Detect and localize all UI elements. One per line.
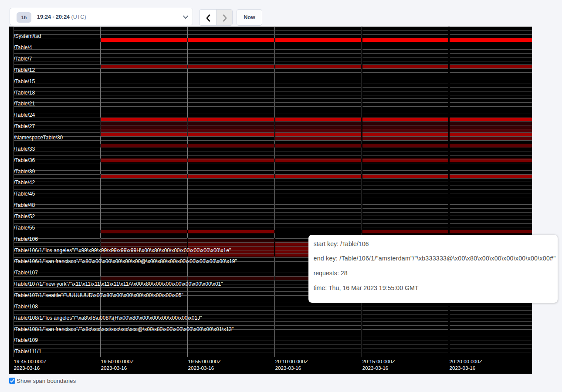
svg-text:/Table/27: /Table/27 — [14, 123, 35, 129]
svg-text:/Table/107: /Table/107 — [14, 270, 38, 276]
svg-text:20:15:00.000Z: 20:15:00.000Z — [362, 358, 395, 364]
svg-text:/Table/52: /Table/52 — [14, 213, 35, 220]
svg-text:/Table/108/1/"los angeles"/"\x: /Table/108/1/"los angeles"/"\xa8\xf5\u00… — [14, 315, 202, 321]
svg-text:19:45:00.000Z: 19:45:00.000Z — [14, 358, 47, 364]
svg-text:2023-03-16: 2023-03-16 — [188, 365, 214, 371]
svg-text:/Table/42: /Table/42 — [14, 179, 35, 186]
svg-text:/Table/108: /Table/108 — [14, 304, 38, 310]
svg-text:/Table/33: /Table/33 — [14, 146, 35, 152]
svg-text:/Table/107/1/"new york"/"\x11\: /Table/107/1/"new york"/"\x11\x11\x11\x1… — [14, 281, 223, 287]
svg-text:/Table/108/1/"san francisco"/": /Table/108/1/"san francisco"/"\x8c\xcc\x… — [14, 326, 234, 332]
svg-text:/Table/106/1/"san francisco"/": /Table/106/1/"san francisco"/"\x80\x00\x… — [14, 258, 237, 264]
svg-text:/Table/45: /Table/45 — [14, 191, 35, 197]
svg-text:/Table/111/1: /Table/111/1 — [14, 348, 42, 355]
svg-text:20:20:00.000Z: 20:20:00.000Z — [450, 358, 482, 364]
svg-text:2023-03-16: 2023-03-16 — [101, 365, 127, 371]
svg-text:2023-03-16: 2023-03-16 — [362, 365, 389, 371]
svg-text:/Table/21: /Table/21 — [14, 101, 35, 107]
svg-text:/System/tsd: /System/tsd — [14, 33, 41, 39]
svg-text:/Table/109: /Table/109 — [14, 337, 38, 343]
svg-text:/Table/4: /Table/4 — [14, 44, 32, 51]
svg-text:/Table/7: /Table/7 — [14, 56, 32, 62]
svg-text:/Table/39: /Table/39 — [14, 169, 35, 175]
svg-text:19:50:00.000Z: 19:50:00.000Z — [101, 358, 134, 364]
svg-text:2023-03-16: 2023-03-16 — [275, 365, 301, 371]
svg-text:/Table/106/1/"los angeles"/"\x: /Table/106/1/"los angeles"/"\x99\x99\x99… — [14, 247, 231, 253]
svg-text:/Table/107/1/"seattle"/"UUUUUU: /Table/107/1/"seattle"/"UUUUUUD\x00\x80\… — [14, 292, 183, 298]
svg-text:/Table/55: /Table/55 — [14, 225, 35, 231]
svg-text:/Table/24: /Table/24 — [14, 112, 35, 118]
svg-text:/Table/15: /Table/15 — [14, 78, 35, 84]
svg-text:/Table/12: /Table/12 — [14, 67, 35, 73]
svg-text:/Table/48: /Table/48 — [14, 202, 35, 208]
svg-text:/Table/18: /Table/18 — [14, 90, 35, 96]
svg-text:/Table/36: /Table/36 — [14, 157, 35, 163]
svg-text:2023-03-16: 2023-03-16 — [14, 365, 40, 371]
svg-text:19:55:00.000Z: 19:55:00.000Z — [188, 358, 221, 364]
svg-text:/NamespaceTable/30: /NamespaceTable/30 — [14, 135, 63, 141]
svg-text:20:10:00.000Z: 20:10:00.000Z — [275, 358, 308, 364]
svg-text:2023-03-16: 2023-03-16 — [450, 365, 476, 371]
svg-text:/Table/106: /Table/106 — [14, 236, 38, 242]
